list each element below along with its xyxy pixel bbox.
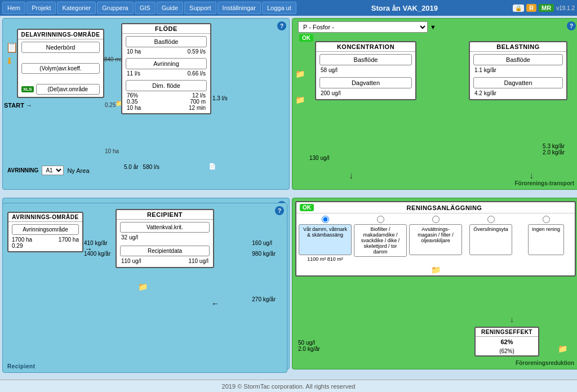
belast-basflode-btn[interactable]: Basflöde (473, 54, 563, 65)
xls-icon[interactable]: XLS (21, 86, 34, 92)
menu-kategorier[interactable]: Kategorier (57, 2, 96, 14)
recipient-box: Recipient Vattenkval.krit. 32 ug/l Recip… (116, 209, 214, 268)
avromr-v3: 0.29 (12, 243, 79, 249)
delavrinnings-title: Delavrinnings-område (18, 30, 103, 39)
option5-col: Ingen rening (520, 216, 572, 262)
option2-box[interactable]: Biofilter / makadamdike / svackdike / di… (354, 224, 407, 257)
menu-bar: Hem Projekt Kategorier Gruppera GIS Guid… (0, 0, 577, 16)
konc-basflode-btn[interactable]: Basflöde (319, 54, 412, 65)
avromr-title: Avrinnings-område (8, 213, 82, 222)
option4-radio[interactable] (487, 216, 495, 223)
koncentration-title: Koncentration (316, 42, 415, 52)
down-arrow-renings: ↓ (510, 315, 514, 324)
document-icon[interactable]: 📄 (208, 163, 216, 170)
reningseffekt-box: Reningseffekt 62% (62%) (474, 327, 539, 357)
nederbord-box[interactable]: Nederbörd (21, 42, 100, 53)
menu-projekt[interactable]: Projekt (26, 2, 56, 14)
basflode-values: 10 ha 0.59 l/s (126, 48, 207, 55)
reningseffekt-v2: (62%) (476, 347, 538, 355)
basflode-btn[interactable]: Basflöde (126, 36, 207, 47)
konc-basflode-val: 58 ug/l (319, 66, 412, 74)
reningsanl-options: Våt damm, våtmark & skämbassäng 1100 m² … (296, 213, 575, 264)
fororeningsreduktion-label: Föroreningsreduktion (516, 360, 574, 366)
ny-area-link[interactable]: Ny Area (67, 167, 89, 174)
menu-gruppera[interactable]: Gruppera (97, 2, 133, 14)
konc-dagvatten-val: 200 ug/l (319, 90, 412, 97)
menu-gis[interactable]: GIS (135, 2, 156, 14)
folder-icon-2[interactable]: 📁 (295, 95, 305, 104)
version-label: v19.1.2 (556, 5, 575, 11)
left-arrow-recipient: ← (211, 299, 219, 308)
delavr-box-inner[interactable]: (Del)avr.område (36, 84, 100, 95)
avrinning-section-label: AVRINNING (7, 167, 38, 173)
r-button[interactable]: R (526, 4, 536, 12)
mr-button[interactable]: MR (539, 4, 554, 12)
fororenings-bottom-left: 130 ug/l (309, 155, 330, 161)
menu-hem[interactable]: Hem (2, 2, 25, 14)
folder-icon-1[interactable]: 📁 (295, 69, 305, 78)
app-title: Stora ån VAK_2019 (298, 4, 512, 12)
down-arrow-right: ↓ (529, 171, 534, 181)
option5-radio[interactable] (543, 216, 550, 223)
avrinning-bottom: AVRINNING A1 Ny Area (7, 166, 90, 175)
start-label: START → (4, 102, 32, 109)
option5-box[interactable]: Ingen rening (528, 224, 564, 255)
folder-recipient[interactable]: 📁 (138, 282, 148, 291)
copy-icon[interactable]: 📋 (6, 41, 18, 54)
ok-reningsanl[interactable]: OK (300, 204, 314, 211)
help-fororenings[interactable]: ? (567, 21, 576, 30)
avrinning-select[interactable]: A1 (42, 166, 64, 175)
upload-icon[interactable]: ⬇ (6, 56, 18, 66)
reningsanl-box: OK Reningsanläggning Våt damm, våtmark &… (295, 201, 576, 277)
delavr-ha-value: 10 ha (105, 148, 119, 154)
recipient-panel-label: Recipient (7, 363, 35, 369)
folder-icon-renings[interactable]: 📁 (431, 265, 441, 274)
konc-dagvatten-btn[interactable]: Dagvatten (319, 77, 412, 88)
belast-dagvatten-btn[interactable]: Dagvatten (473, 77, 563, 88)
delavrinnings-content: Nederbörd (Volym)avr.koeff. XLS (Del)avr… (18, 39, 103, 97)
ok-fororenings[interactable]: OK (299, 34, 313, 42)
reningsanl-folder[interactable]: 📁 (296, 264, 575, 275)
return-values: 5.0 år 580 l/s (124, 164, 159, 170)
option1-radio[interactable] (322, 216, 329, 223)
option3-box[interactable]: Avsättnings- magasin / filter / oljeavsk… (409, 224, 462, 255)
menu-installningar[interactable]: Inställningar (218, 2, 261, 14)
menu-guide[interactable]: Guide (157, 2, 183, 14)
menu-support[interactable]: Support (184, 2, 216, 14)
option2-radio[interactable] (377, 216, 384, 223)
option1-box[interactable]: Våt damm, våtmark & skämbassäng (299, 224, 352, 255)
p-dropdown-row: P - Fosfor - ▼ (298, 21, 436, 33)
option3-col: Avsättnings- magasin / filter / oljeavsk… (409, 216, 462, 262)
avromr-sub-btn[interactable]: Avrinningsområde (12, 224, 79, 235)
option3-radio[interactable] (432, 216, 440, 223)
fororenings-bottom-right: 5.3 kg/år 2.0 kg/år (543, 143, 565, 155)
footer: 2019 © StormTac corporation. All rights … (0, 380, 577, 392)
p-select[interactable]: P - Fosfor - (298, 21, 428, 33)
bottom-left-vals: 50 ug/l 2.0 kg/år (298, 340, 320, 352)
doc-icon-renings[interactable]: 📁 (558, 344, 567, 353)
fororenings-panel-label: Förorenings-transport (514, 180, 574, 186)
help-recipient[interactable]: ? (275, 206, 284, 215)
dim-btn[interactable]: Dim. flöde (126, 80, 207, 91)
arrow-nederbord (103, 59, 120, 60)
flode-box: Flöde Basflöde 10 ha 0.59 l/s Avrinning … (121, 23, 211, 114)
recipientdata-btn[interactable]: Recipientdata (120, 246, 210, 256)
avromr-box: Avrinnings-område Avrinningsområde 1700 … (7, 212, 83, 252)
volym-box[interactable]: (Volym)avr.koeff. (21, 63, 100, 74)
panel-recipient: ? Avrinnings-område Avrinningsområde 170… (2, 203, 287, 373)
vattenkval-btn[interactable]: Vattenkval.krit. (120, 222, 210, 233)
avromr-vals: 1700 ha 1700 ha (12, 237, 79, 243)
volym-value: 0.25 (105, 102, 116, 108)
option1-val: 1100 m² 810 m² (307, 256, 343, 262)
menu-right: 🔒 R MR v19.1.2 (513, 4, 575, 12)
avrinning-btn[interactable]: Avrinning (126, 58, 207, 69)
help-avrinning[interactable]: ? (277, 21, 286, 30)
flode-title: Flöde (122, 24, 210, 34)
belast-dagvatten-val: 4.2 kg/år (473, 90, 563, 97)
lock-icon[interactable]: 🔒 (513, 5, 524, 12)
option4-box[interactable]: Översilningsyta (469, 224, 512, 255)
reningsanl-header: OK Reningsanläggning (296, 202, 575, 213)
option1-col: Våt damm, våtmark & skämbassäng 1100 m² … (299, 216, 352, 262)
menu-logga-ut[interactable]: Logga ut (262, 2, 296, 14)
avrinning-values: 11 l/s 0.66 l/s (126, 70, 207, 77)
